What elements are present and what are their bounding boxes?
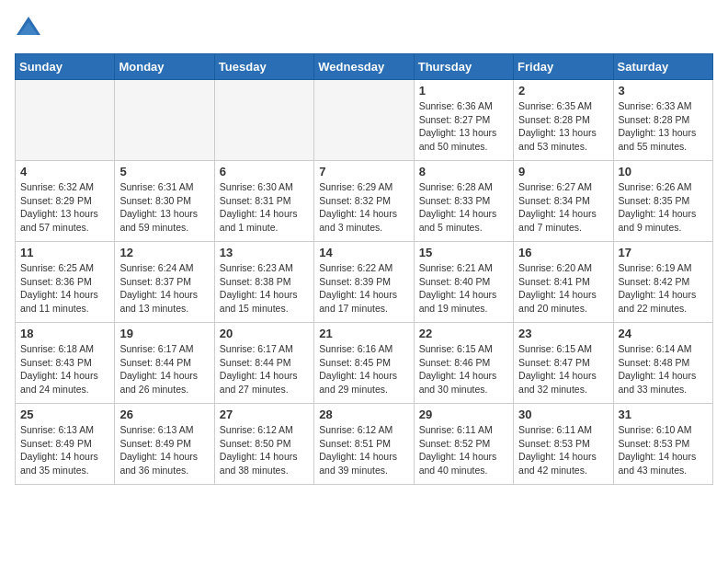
day-info: Sunrise: 6:29 AM Sunset: 8:32 PM Dayligh…: [319, 180, 408, 235]
day-number: 5: [119, 165, 209, 178]
day-number: 2: [518, 84, 608, 98]
day-info: Sunrise: 6:24 AM Sunset: 8:37 PM Dayligh…: [119, 261, 209, 316]
calendar-cell: [16, 80, 115, 161]
day-info: Sunrise: 6:31 AM Sunset: 8:30 PM Dayligh…: [119, 180, 209, 235]
day-info: Sunrise: 6:18 AM Sunset: 8:43 PM Dayligh…: [20, 342, 109, 396]
day-number: 4: [20, 165, 109, 178]
day-number: 21: [319, 327, 408, 340]
calendar-cell: 15Sunrise: 6:21 AM Sunset: 8:40 PM Dayli…: [414, 242, 513, 323]
day-info: Sunrise: 6:26 AM Sunset: 8:35 PM Dayligh…: [619, 180, 708, 235]
day-number: 9: [518, 165, 608, 178]
day-number: 19: [119, 327, 209, 340]
day-number: 6: [220, 165, 309, 178]
calendar-cell: 26Sunrise: 6:13 AM Sunset: 8:49 PM Dayli…: [115, 404, 214, 485]
day-number: 20: [220, 327, 309, 340]
page-header: [15, 15, 713, 42]
day-number: 18: [20, 327, 109, 340]
day-number: 28: [319, 408, 408, 421]
calendar-cell: [115, 80, 214, 161]
calendar-cell: 7Sunrise: 6:29 AM Sunset: 8:32 PM Daylig…: [314, 161, 414, 242]
calendar-cell: 13Sunrise: 6:23 AM Sunset: 8:38 PM Dayli…: [214, 242, 313, 323]
day-number: 8: [419, 165, 508, 178]
day-number: 25: [20, 408, 109, 421]
weekday-header-thursday: Thursday: [414, 54, 513, 80]
calendar-cell: 1Sunrise: 6:36 AM Sunset: 8:27 PM Daylig…: [414, 80, 513, 161]
day-info: Sunrise: 6:15 AM Sunset: 8:47 PM Dayligh…: [518, 342, 608, 396]
calendar-cell: 14Sunrise: 6:22 AM Sunset: 8:39 PM Dayli…: [314, 242, 414, 323]
week-row-2: 11Sunrise: 6:25 AM Sunset: 8:36 PM Dayli…: [16, 242, 713, 323]
day-number: 17: [619, 246, 708, 259]
weekday-header-tuesday: Tuesday: [214, 54, 313, 80]
calendar-cell: 3Sunrise: 6:33 AM Sunset: 8:28 PM Daylig…: [613, 80, 712, 161]
logo-icon: [15, 15, 42, 42]
day-info: Sunrise: 6:36 AM Sunset: 8:27 PM Dayligh…: [419, 99, 508, 154]
calendar-cell: 6Sunrise: 6:30 AM Sunset: 8:31 PM Daylig…: [214, 161, 313, 242]
calendar-cell: 21Sunrise: 6:16 AM Sunset: 8:45 PM Dayli…: [314, 323, 414, 404]
day-info: Sunrise: 6:22 AM Sunset: 8:39 PM Dayligh…: [319, 261, 408, 316]
weekday-header-saturday: Saturday: [613, 54, 712, 80]
calendar-cell: 10Sunrise: 6:26 AM Sunset: 8:35 PM Dayli…: [613, 161, 712, 242]
day-info: Sunrise: 6:19 AM Sunset: 8:42 PM Dayligh…: [619, 261, 708, 316]
day-info: Sunrise: 6:17 AM Sunset: 8:44 PM Dayligh…: [220, 342, 309, 396]
day-number: 12: [119, 246, 209, 259]
day-info: Sunrise: 6:32 AM Sunset: 8:29 PM Dayligh…: [20, 180, 109, 235]
day-info: Sunrise: 6:28 AM Sunset: 8:33 PM Dayligh…: [419, 180, 508, 235]
day-info: Sunrise: 6:20 AM Sunset: 8:41 PM Dayligh…: [518, 261, 608, 316]
weekday-header-friday: Friday: [514, 54, 613, 80]
calendar-cell: 29Sunrise: 6:11 AM Sunset: 8:52 PM Dayli…: [414, 404, 513, 485]
weekday-header-monday: Monday: [115, 54, 214, 80]
day-number: 7: [319, 165, 408, 178]
calendar-cell: 19Sunrise: 6:17 AM Sunset: 8:44 PM Dayli…: [115, 323, 214, 404]
day-number: 23: [518, 327, 608, 340]
day-number: 24: [619, 327, 708, 340]
day-info: Sunrise: 6:12 AM Sunset: 8:50 PM Dayligh…: [220, 423, 309, 477]
calendar-table: SundayMondayTuesdayWednesdayThursdayFrid…: [15, 53, 713, 485]
day-info: Sunrise: 6:25 AM Sunset: 8:36 PM Dayligh…: [20, 261, 109, 316]
day-number: 11: [20, 246, 109, 259]
day-info: Sunrise: 6:13 AM Sunset: 8:49 PM Dayligh…: [20, 423, 109, 477]
calendar-cell: 8Sunrise: 6:28 AM Sunset: 8:33 PM Daylig…: [414, 161, 513, 242]
calendar-cell: 22Sunrise: 6:15 AM Sunset: 8:46 PM Dayli…: [414, 323, 513, 404]
day-info: Sunrise: 6:14 AM Sunset: 8:48 PM Dayligh…: [619, 342, 708, 396]
calendar-cell: 30Sunrise: 6:11 AM Sunset: 8:53 PM Dayli…: [514, 404, 613, 485]
day-info: Sunrise: 6:30 AM Sunset: 8:31 PM Dayligh…: [220, 180, 309, 235]
calendar-cell: 24Sunrise: 6:14 AM Sunset: 8:48 PM Dayli…: [613, 323, 712, 404]
day-info: Sunrise: 6:10 AM Sunset: 8:53 PM Dayligh…: [619, 423, 708, 477]
day-number: 1: [419, 84, 508, 98]
day-number: 29: [419, 408, 508, 421]
calendar-cell: 20Sunrise: 6:17 AM Sunset: 8:44 PM Dayli…: [214, 323, 313, 404]
weekday-header-row: SundayMondayTuesdayWednesdayThursdayFrid…: [16, 54, 713, 80]
day-info: Sunrise: 6:21 AM Sunset: 8:40 PM Dayligh…: [419, 261, 508, 316]
day-number: 10: [619, 165, 708, 178]
day-info: Sunrise: 6:33 AM Sunset: 8:28 PM Dayligh…: [619, 99, 708, 154]
day-number: 13: [220, 246, 309, 259]
calendar-cell: 16Sunrise: 6:20 AM Sunset: 8:41 PM Dayli…: [514, 242, 613, 323]
day-info: Sunrise: 6:12 AM Sunset: 8:51 PM Dayligh…: [319, 423, 408, 477]
calendar-cell: 17Sunrise: 6:19 AM Sunset: 8:42 PM Dayli…: [613, 242, 712, 323]
day-info: Sunrise: 6:15 AM Sunset: 8:46 PM Dayligh…: [419, 342, 508, 396]
calendar-cell: [314, 80, 414, 161]
day-number: 15: [419, 246, 508, 259]
day-number: 16: [518, 246, 608, 259]
calendar-cell: [214, 80, 313, 161]
week-row-4: 25Sunrise: 6:13 AM Sunset: 8:49 PM Dayli…: [16, 404, 713, 485]
day-number: 31: [619, 408, 708, 421]
day-info: Sunrise: 6:16 AM Sunset: 8:45 PM Dayligh…: [319, 342, 408, 396]
day-number: 27: [220, 408, 309, 421]
weekday-header-wednesday: Wednesday: [314, 54, 414, 80]
day-number: 22: [419, 327, 508, 340]
calendar-cell: 9Sunrise: 6:27 AM Sunset: 8:34 PM Daylig…: [514, 161, 613, 242]
calendar-cell: 23Sunrise: 6:15 AM Sunset: 8:47 PM Dayli…: [514, 323, 613, 404]
day-info: Sunrise: 6:11 AM Sunset: 8:52 PM Dayligh…: [419, 423, 508, 477]
calendar-cell: 4Sunrise: 6:32 AM Sunset: 8:29 PM Daylig…: [16, 161, 115, 242]
logo: [15, 15, 46, 42]
calendar-cell: 12Sunrise: 6:24 AM Sunset: 8:37 PM Dayli…: [115, 242, 214, 323]
day-info: Sunrise: 6:11 AM Sunset: 8:53 PM Dayligh…: [518, 423, 608, 477]
day-info: Sunrise: 6:17 AM Sunset: 8:44 PM Dayligh…: [119, 342, 209, 396]
calendar-cell: 28Sunrise: 6:12 AM Sunset: 8:51 PM Dayli…: [314, 404, 414, 485]
day-info: Sunrise: 6:35 AM Sunset: 8:28 PM Dayligh…: [518, 99, 608, 154]
day-info: Sunrise: 6:13 AM Sunset: 8:49 PM Dayligh…: [119, 423, 209, 477]
calendar-cell: 31Sunrise: 6:10 AM Sunset: 8:53 PM Dayli…: [613, 404, 712, 485]
calendar-cell: 2Sunrise: 6:35 AM Sunset: 8:28 PM Daylig…: [514, 80, 613, 161]
day-number: 26: [119, 408, 209, 421]
